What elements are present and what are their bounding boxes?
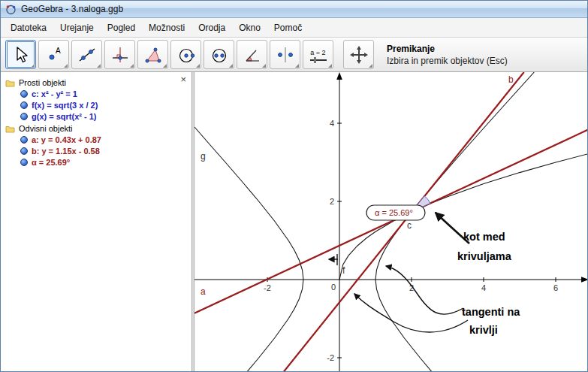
annotation-tangent-note-line1[interactable]: tangenti na bbox=[462, 306, 520, 318]
annotation-angle-note-line2[interactable]: krivuljama bbox=[457, 250, 512, 262]
menu-urejanje[interactable]: Urejanje bbox=[53, 20, 101, 36]
point-icon: A bbox=[44, 45, 64, 65]
svg-text:0: 0 bbox=[331, 283, 336, 292]
tool-dropdown-icon[interactable] bbox=[31, 64, 35, 68]
angle-icon bbox=[243, 45, 262, 65]
move-view-icon bbox=[349, 45, 369, 65]
slider-knob bbox=[314, 57, 316, 63]
menubar: Datoteka Urejanje Pogled Možnosti Orodja… bbox=[1, 18, 587, 38]
tree-item-text: f(x) = sqrt(3 x / 2) bbox=[32, 101, 98, 110]
tool-help-subtitle: Izbira in premik objektov (Esc) bbox=[387, 56, 508, 66]
tool-dropdown-icon[interactable] bbox=[97, 64, 101, 68]
tool-dropdown-icon[interactable] bbox=[295, 64, 299, 68]
main-content: × Prosti objekti c: x² - y² = 1 f(x) = s… bbox=[1, 72, 587, 371]
tool-circle-center-point[interactable] bbox=[170, 40, 201, 69]
tree-item-g[interactable]: g(x) = sqrt(x² - 1) bbox=[1, 111, 191, 122]
label-a: a bbox=[201, 286, 206, 297]
svg-text:α = 25.69°: α = 25.69° bbox=[375, 208, 413, 217]
annotation-arrows bbox=[329, 213, 469, 332]
polygon-icon bbox=[143, 45, 163, 65]
annotation-tangent-note-line2[interactable]: krivlji bbox=[469, 324, 498, 336]
svg-text:-2: -2 bbox=[327, 353, 334, 362]
tool-dropdown-icon[interactable] bbox=[64, 64, 68, 68]
tool-perpendicular-line[interactable] bbox=[104, 40, 135, 69]
text-annotations: kot med krivuljama tangenti na krivlji bbox=[457, 231, 520, 336]
object-marble-icon[interactable] bbox=[20, 159, 28, 166]
menu-pomoc[interactable]: Pomoč bbox=[267, 20, 309, 36]
object-marble-icon[interactable] bbox=[20, 136, 28, 144]
tool-polygon[interactable] bbox=[137, 40, 168, 69]
object-marble-icon[interactable] bbox=[20, 90, 28, 98]
tool-dropdown-icon[interactable] bbox=[262, 64, 266, 68]
tree-section-dependent-objects[interactable]: Odvisni objekti bbox=[1, 122, 191, 135]
svg-text:6: 6 bbox=[553, 283, 558, 292]
tree-item-f[interactable]: f(x) = sqrt(3 x / 2) bbox=[1, 100, 191, 111]
slider-icon: a = 2 bbox=[310, 49, 327, 61]
menu-datoteka[interactable]: Datoteka bbox=[4, 20, 53, 36]
menu-moznosti[interactable]: Možnosti bbox=[142, 20, 191, 36]
tree-item-b[interactable]: b: y = 1.15x - 0.58 bbox=[1, 146, 191, 157]
conic-icon bbox=[210, 45, 229, 65]
svg-text:2: 2 bbox=[330, 197, 334, 206]
tool-dropdown-icon[interactable] bbox=[130, 64, 134, 68]
svg-text:4: 4 bbox=[330, 119, 334, 128]
tool-help-title: Premikanje bbox=[387, 44, 508, 54]
tool-slider[interactable]: a = 2 bbox=[303, 40, 333, 69]
tool-dropdown-icon[interactable] bbox=[369, 64, 372, 68]
move-cursor-icon bbox=[11, 45, 31, 65]
axis-tick-labels: -2 0 2 4 6 4 2 -2 bbox=[264, 119, 558, 362]
tool-dropdown-icon[interactable] bbox=[229, 64, 233, 68]
tree-item-text: c: x² - y² = 1 bbox=[32, 89, 77, 98]
graphics-container: -2 0 2 4 6 4 2 -2 bbox=[194, 72, 587, 371]
tool-reflect[interactable] bbox=[270, 40, 300, 69]
graphics-view[interactable]: -2 0 2 4 6 4 2 -2 bbox=[194, 72, 587, 371]
window-title: GeoGebra - 3.naloga.ggb bbox=[21, 4, 123, 14]
menu-pogled[interactable]: Pogled bbox=[101, 20, 142, 36]
tree-item-text: a: y = 0.43x + 0.87 bbox=[32, 135, 101, 144]
svg-text:-2: -2 bbox=[264, 283, 271, 292]
hyperbola-right-branch[interactable] bbox=[375, 72, 534, 371]
tool-conic[interactable] bbox=[204, 40, 234, 69]
tree-item-alpha[interactable]: α = 25.69° bbox=[1, 157, 191, 168]
svg-text:4: 4 bbox=[481, 283, 486, 292]
circle-icon bbox=[176, 45, 196, 65]
object-marble-icon[interactable] bbox=[20, 147, 28, 155]
annotation-angle-note-line1[interactable]: kot med bbox=[463, 231, 505, 243]
tool-dropdown-icon[interactable] bbox=[163, 64, 167, 68]
reflect-icon bbox=[276, 45, 295, 65]
titlebar[interactable]: GeoGebra - 3.naloga.ggb bbox=[1, 1, 587, 18]
perpendicular-line-icon bbox=[110, 45, 130, 65]
tool-line[interactable] bbox=[71, 40, 102, 69]
x-axis-arrow-icon bbox=[581, 277, 587, 283]
tool-move[interactable] bbox=[5, 40, 36, 69]
label-g: g bbox=[201, 151, 206, 162]
object-marble-icon[interactable] bbox=[20, 101, 28, 109]
tree-section-label: Prosti objekti bbox=[19, 78, 66, 87]
line-icon bbox=[77, 45, 97, 65]
tool-move-graphics-view[interactable] bbox=[343, 40, 374, 69]
menu-orodja[interactable]: Orodja bbox=[191, 20, 232, 36]
hyperbola-left-branch[interactable] bbox=[194, 127, 303, 371]
tool-angle[interactable] bbox=[237, 40, 267, 69]
tangent-line-a[interactable] bbox=[194, 129, 587, 313]
tool-dropdown-icon[interactable] bbox=[196, 64, 200, 68]
tree-section-label: Odvisni objekti bbox=[19, 124, 73, 133]
folder-icon bbox=[5, 79, 15, 87]
slider-line bbox=[310, 59, 327, 61]
tool-dropdown-icon[interactable] bbox=[328, 64, 332, 68]
squiggle-to-tangent-1 bbox=[386, 266, 463, 314]
menu-okno[interactable]: Okno bbox=[232, 20, 267, 36]
tree-section-free-objects[interactable]: Prosti objekti bbox=[1, 77, 191, 89]
tool-new-point[interactable]: A bbox=[38, 40, 69, 69]
tree-item-c[interactable]: c: x² - y² = 1 bbox=[1, 89, 191, 100]
app-window: GeoGebra - 3.naloga.ggb Datoteka Urejanj… bbox=[0, 0, 588, 372]
label-b: b bbox=[508, 74, 514, 85]
tree-item-a[interactable]: a: y = 0.43x + 0.87 bbox=[1, 135, 191, 146]
angle-value-label[interactable]: α = 25.69° bbox=[366, 205, 425, 220]
geogebra-logo-icon bbox=[5, 4, 17, 15]
algebra-panel: × Prosti objekti c: x² - y² = 1 f(x) = s… bbox=[1, 72, 191, 371]
label-f: f bbox=[342, 265, 345, 276]
close-icon[interactable]: × bbox=[180, 74, 186, 84]
object-marble-icon[interactable] bbox=[20, 113, 28, 120]
slider-icon-label: a = 2 bbox=[310, 49, 325, 56]
